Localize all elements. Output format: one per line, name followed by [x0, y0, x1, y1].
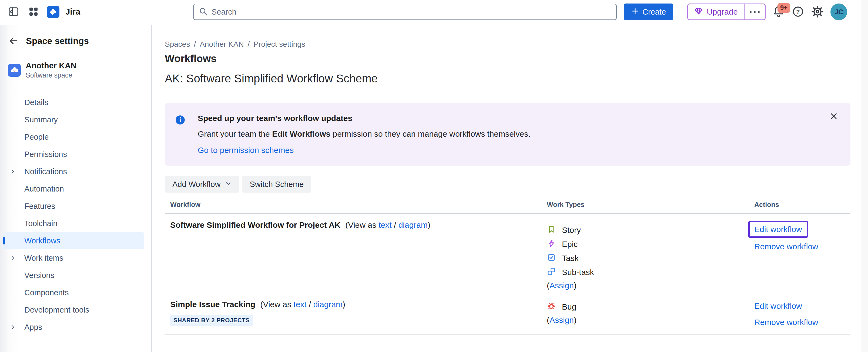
sidebar-item-toolchain[interactable]: Toolchain: [3, 215, 144, 232]
work-type-bug: Bug: [547, 300, 749, 314]
column-header-actions: Actions: [749, 201, 850, 209]
view-as: (View as text / diagram): [345, 220, 430, 229]
sidebar-item-label: Work items: [24, 254, 63, 263]
back-button[interactable]: [7, 35, 20, 47]
epic-icon: [547, 239, 556, 250]
chevron-right-icon: [9, 324, 16, 331]
breadcrumb-project-settings[interactable]: Project settings: [253, 40, 305, 49]
sidebar-item-features[interactable]: Features: [3, 197, 144, 215]
workflow-cell: Software Simplified Workflow for Project…: [165, 220, 541, 292]
top-bar: Jira Create: [0, 0, 861, 24]
sidebar-item-permissions[interactable]: Permissions: [3, 146, 144, 163]
view-as-diagram-link[interactable]: diagram: [313, 300, 343, 309]
sidebar-item-summary[interactable]: Summary: [3, 111, 144, 128]
sidebar-item-people[interactable]: People: [3, 128, 144, 146]
subtask-icon: [547, 267, 556, 278]
permission-schemes-link[interactable]: Go to permission schemes: [198, 146, 293, 155]
sidebar-item-automation[interactable]: Automation: [3, 180, 144, 197]
topbar-right-cluster: Upgrade 9+ ?: [687, 0, 847, 24]
banner-title: Speed up your team's workflow updates: [198, 114, 531, 123]
sidebar-item-label: Development tools: [24, 306, 89, 315]
sidebar-item-development-tools[interactable]: Development tools: [3, 301, 144, 319]
app-grid-icon: [28, 6, 39, 18]
jira-logo[interactable]: [47, 6, 59, 18]
sidebar-item-details[interactable]: Details: [3, 94, 144, 111]
work-type-subtask: Sub-task: [547, 265, 749, 279]
view-as-text-link[interactable]: text: [378, 220, 392, 229]
workflow-name: Simple Issue Tracking: [170, 300, 255, 309]
sidebar-item-label: Permissions: [24, 150, 67, 159]
assign-link[interactable]: Assign: [550, 316, 574, 325]
column-header-workflow: Workflow: [165, 201, 541, 209]
app-switcher-button[interactable]: [27, 5, 40, 19]
sidebar-item-label: Components: [24, 288, 69, 297]
question-icon: ?: [792, 5, 804, 19]
page-title: Workflows: [165, 53, 850, 65]
sidebar-item-label: Toolchain: [24, 219, 58, 228]
table-row: Simple Issue Tracking (View as text / di…: [165, 292, 850, 335]
banner-close-button[interactable]: [827, 110, 840, 123]
sidebar-item-components[interactable]: Components: [3, 284, 144, 301]
workflow-toolbar: Add Workflow Switch Scheme: [165, 176, 850, 193]
sidebar-item-label: Workflows: [24, 236, 60, 245]
focus-ring: Edit workflow: [748, 221, 808, 238]
help-button[interactable]: ?: [792, 5, 805, 19]
sidebar-item-work-items[interactable]: Work items: [3, 249, 144, 267]
work-type-epic: Epic: [547, 237, 749, 251]
work-type-story: Story: [547, 223, 749, 237]
search-icon: [198, 7, 208, 17]
remove-workflow-link[interactable]: Remove workflow: [754, 242, 850, 251]
scrollbar-track[interactable]: [861, 0, 868, 352]
breadcrumb-space[interactable]: Another KAN: [199, 40, 244, 49]
breadcrumb: Spaces / Another KAN / Project settings: [165, 40, 850, 49]
global-search[interactable]: [193, 4, 617, 20]
switch-scheme-button[interactable]: Switch Scheme: [242, 176, 311, 193]
selected-indicator: [3, 237, 5, 245]
edit-workflow-link[interactable]: Edit workflow: [754, 225, 802, 234]
view-as-text-link[interactable]: text: [293, 300, 306, 309]
app-name: Jira: [65, 7, 80, 17]
sidebar-header: Space settings: [7, 35, 151, 47]
user-avatar[interactable]: JC: [831, 3, 847, 20]
add-workflow-button[interactable]: Add Workflow: [165, 176, 239, 193]
gem-icon: [694, 6, 703, 18]
gear-icon: [811, 5, 824, 19]
upgrade-button[interactable]: Upgrade: [688, 4, 744, 20]
collapse-sidebar-button[interactable]: [7, 5, 20, 19]
sidebar-item-versions[interactable]: Versions: [3, 267, 144, 284]
sidebar-item-workflows[interactable]: Workflows: [3, 232, 144, 249]
notifications-button[interactable]: 9+: [772, 5, 785, 19]
panel-collapse-icon: [7, 6, 20, 19]
workflow-name: Software Simplified Workflow for Project…: [170, 220, 340, 229]
settings-button[interactable]: [811, 5, 824, 19]
sidebar-item-apps[interactable]: Apps: [3, 319, 144, 336]
sidebar-title: Space settings: [26, 36, 89, 46]
info-banner: Speed up your team's workflow updates Gr…: [165, 103, 850, 166]
table-header-row: Workflow Work Types Actions: [165, 201, 850, 214]
chevron-right-icon: [9, 168, 16, 175]
sidebar-nav: Details Summary People Permissions Notif…: [0, 94, 151, 336]
remove-workflow-link[interactable]: Remove workflow: [754, 318, 850, 327]
breadcrumb-spaces[interactable]: Spaces: [165, 40, 190, 49]
work-types-cell: Bug (Assign): [541, 300, 749, 327]
space-type: Software space: [26, 71, 76, 79]
workflow-cell: Simple Issue Tracking (View as text / di…: [165, 300, 541, 327]
space-avatar-cloud-icon: [8, 64, 21, 77]
chevron-down-icon: [225, 180, 232, 189]
notification-badge: 9+: [777, 3, 790, 13]
bug-icon: [547, 301, 556, 313]
search-input[interactable]: [212, 7, 611, 17]
edit-workflow-link[interactable]: Edit workflow: [754, 301, 850, 311]
sidebar-item-label: Summary: [24, 115, 58, 124]
create-button[interactable]: Create: [624, 3, 673, 20]
task-icon: [547, 253, 556, 264]
sidebar-item-label: Notifications: [24, 167, 67, 176]
assign-link[interactable]: Assign: [550, 281, 574, 290]
view-as-diagram-link[interactable]: diagram: [399, 220, 428, 229]
upgrade-button-group: Upgrade: [687, 3, 766, 20]
more-options-button[interactable]: [744, 4, 765, 20]
table-row: Software Simplified Workflow for Project…: [165, 214, 850, 292]
sidebar-item-notifications[interactable]: Notifications: [3, 163, 144, 180]
sidebar-item-label: Features: [24, 202, 55, 211]
sidebar-item-label: Apps: [24, 323, 42, 332]
